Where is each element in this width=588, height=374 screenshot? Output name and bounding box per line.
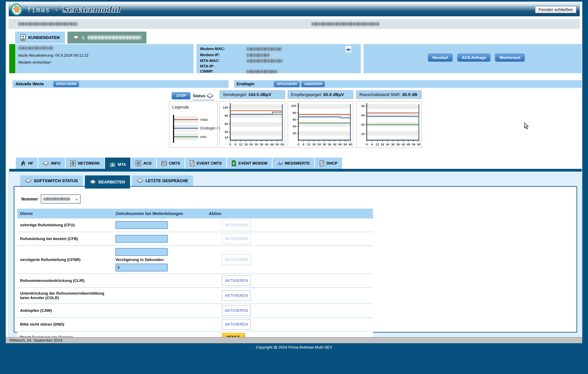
sub-tab-bearbeiten[interactable]: BEARBEITEN — [85, 175, 130, 189]
svg-text:60: 60 — [349, 143, 352, 146]
empfangspegel-value: 65.9 dBµV — [323, 92, 344, 97]
chart-snr: 5540251006121824303642485460 — [356, 101, 422, 148]
main-tab-netzwerk[interactable]: NETZWERK — [66, 158, 105, 169]
main-tab-mta[interactable]: MTA — [105, 158, 130, 171]
mouse-cursor — [524, 123, 529, 130]
nummer-value-redacted — [43, 198, 70, 201]
sendepegel-box: Sendepegel: 104.5 dBµV — [220, 90, 285, 99]
service-name: Anklopfen (CAW) — [17, 305, 110, 316]
service-name: Bitte nicht stören (DND) — [17, 319, 110, 330]
legend-label: max — [200, 117, 208, 122]
main-tab-info[interactable]: INFO — [38, 158, 65, 169]
werksreset-button[interactable]: Werksreset — [495, 54, 525, 62]
main-tab-label: DHCP — [326, 161, 337, 166]
main-tab-event-cmts[interactable]: EVENT CMTS — [185, 158, 226, 169]
svg-text:0: 0 — [297, 143, 299, 146]
status-indicator[interactable]: Status — [193, 93, 213, 100]
delay-seconds-input[interactable] — [116, 264, 168, 271]
copyright-text: Copyright @ 2024 Firma Andreas Muth SEV — [0, 345, 588, 350]
delay-label: Verzögerung in Sekunden: — [116, 257, 206, 262]
main-tab-cmts[interactable]: CMTS — [157, 158, 185, 169]
main-tab-label: EVENT MODEM — [238, 161, 267, 166]
table-row: sofortige Rufumleitung (CFU)AKTIVIEREN — [17, 218, 373, 232]
service-name: Rufumleitung bei besetzt (CFB) — [17, 233, 110, 244]
forward-number-cell — [113, 221, 206, 229]
forward-number-input[interactable] — [116, 235, 168, 243]
tab-kundendaten[interactable]: KUNDENDATEN — [15, 32, 65, 43]
anzeigen-button[interactable]: ANZEIGEN — [301, 81, 325, 87]
svg-text:54: 54 — [275, 143, 279, 146]
legend-line — [174, 128, 198, 129]
sub-tab-letzte-gespr-che[interactable]: LETZTE GESPRÄCHE — [132, 175, 193, 186]
aktivieren-button[interactable]: AKTIVIEREN — [222, 290, 251, 301]
svg-text:30: 30 — [255, 143, 258, 146]
aktivieren-button[interactable]: AKTIVIEREN — [222, 220, 251, 230]
chip-icon — [25, 178, 31, 183]
action-cell: AKTIVIEREN — [206, 218, 373, 232]
legend-line — [174, 136, 198, 137]
service-name: Rufnummernunterdrückung (CLIR) — [17, 275, 110, 286]
legend-item-max: max — [174, 116, 213, 124]
svg-text:60: 60 — [293, 118, 296, 121]
legend-item-erstlogin-live: Erstlogin / Live — [174, 124, 213, 132]
svg-text:48: 48 — [338, 143, 342, 146]
modem-name-redacted — [19, 47, 53, 50]
svg-text:10: 10 — [361, 132, 365, 136]
snr-label: Rauschabstand SNR: — [359, 92, 401, 97]
fimas-logo-icon — [10, 3, 23, 16]
action-cell: AKTIVIEREN — [206, 232, 373, 245]
main-tab-rule — [9, 169, 582, 171]
main-tab-bar: HFINFONETZWERKMTAACSCMTSEVENT CMTSEVENT … — [16, 158, 342, 169]
mta-tab-content: SOFTSWITCH STATUSBEARBEITENLETZTE GESPRÄ… — [8, 171, 582, 338]
svg-text:10: 10 — [224, 136, 228, 139]
bar-chart-icon — [277, 161, 283, 166]
modem-status-panel: letzte Aktualisierung: 04.9.2024 09:11:2… — [16, 44, 194, 73]
main-tab-acs[interactable]: ACS — [131, 158, 156, 169]
chip-icon — [73, 35, 79, 40]
action-cell: AKTIVIEREN — [206, 304, 373, 317]
forward-number-input[interactable] — [116, 221, 168, 229]
main-tab-event-modem[interactable]: EVENT MODEM — [227, 158, 272, 169]
status-chip-icon — [206, 93, 213, 98]
svg-text:60: 60 — [224, 122, 228, 126]
stop-button[interactable]: STOP — [172, 92, 190, 99]
svg-text:36: 36 — [260, 143, 263, 146]
service-name: Unterdrückung der Rufnummernübermittlung… — [17, 288, 110, 303]
expand-arrows-button[interactable]: ◀▶ — [345, 46, 352, 53]
forward-number-input[interactable] — [116, 248, 168, 256]
empfangspegel-box: Empfangspegel: 65.9 dBµV — [288, 90, 353, 99]
speichern-erstlogin-button[interactable]: SPEICHERN — [274, 81, 300, 87]
tab-session-1[interactable]: 1. — [67, 32, 146, 43]
forward-number-cell — [113, 235, 206, 243]
svg-text:12: 12 — [307, 143, 310, 146]
aktivieren-button[interactable]: AKTIVIEREN — [222, 254, 251, 265]
aktivieren-button[interactable]: AKTIVIEREN — [222, 319, 251, 330]
document-icon — [319, 160, 324, 166]
main-tab-hf[interactable]: HF — [16, 158, 38, 169]
session-tab-bar: KUNDENDATEN 1. — [15, 32, 146, 43]
svg-text:40: 40 — [293, 125, 296, 128]
acs-anfrage-button[interactable]: ACS-Anfrage — [457, 54, 490, 62]
svg-text:55: 55 — [361, 104, 365, 108]
mta-ip-label: MTA-IP: — [200, 64, 214, 69]
sub-tab-label: SOFTSWITCH STATUS — [34, 179, 78, 183]
chip-icon — [43, 161, 49, 166]
main-tab-messwerte[interactable]: MESSWERTE — [273, 158, 314, 169]
document-icon — [190, 160, 195, 166]
main-tab-dhcp[interactable]: DHCP — [315, 158, 342, 169]
sendepegel-value: 104.5 dBµV — [248, 92, 272, 97]
sub-tab-softswitch-status[interactable]: SOFTSWITCH STATUS — [20, 175, 83, 186]
svg-text:100: 100 — [291, 104, 296, 107]
app-title-plain: fimas - — [27, 6, 59, 14]
modem-details-panel: Modem-MAC: Modem-IP: MTA-MAC: MTA-IP: CW… — [196, 44, 361, 73]
aktivieren-button[interactable]: AKTIVIEREN — [222, 275, 251, 286]
close-window-button[interactable]: Fenster schließen — [535, 6, 576, 13]
legend-item-min: min — [174, 133, 213, 141]
main-tab-label: HF — [28, 161, 33, 166]
aktivieren-button[interactable]: AKTIVIEREN — [222, 234, 251, 244]
speichern-aktuelle-button[interactable]: SPEICHERN — [53, 81, 79, 87]
nummer-select[interactable]: ⌄ — [41, 194, 81, 203]
aktivieren-button[interactable]: AKTIVIEREN — [222, 305, 251, 316]
neustart-button[interactable]: Neustart — [428, 54, 452, 62]
svg-text:12: 12 — [375, 143, 379, 146]
